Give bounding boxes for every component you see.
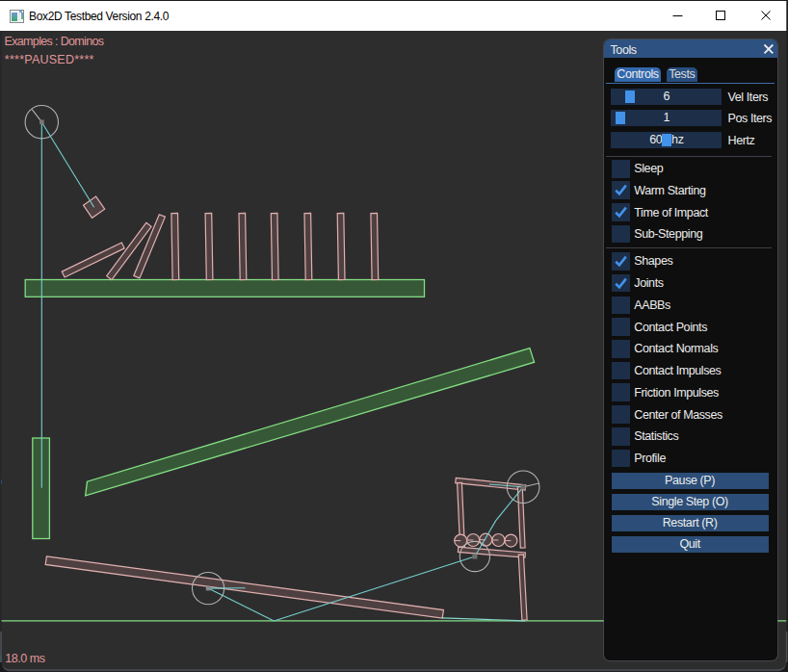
svg-text:18.0 ms: 18.0 ms — [5, 652, 45, 665]
svg-text:Examples : Dominos: Examples : Dominos — [5, 35, 104, 48]
svg-text:****PAUSED****: ****PAUSED**** — [5, 53, 94, 66]
